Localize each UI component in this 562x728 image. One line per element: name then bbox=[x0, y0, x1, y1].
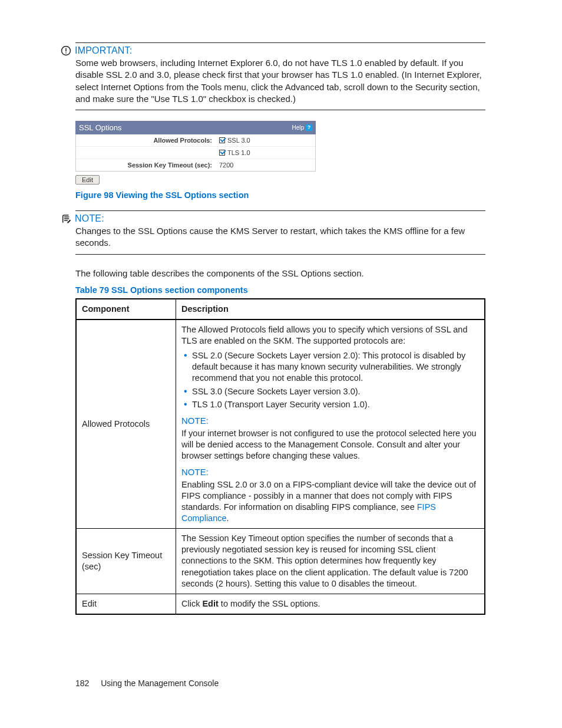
help-icon: ? bbox=[306, 124, 312, 131]
checkbox-tls10[interactable] bbox=[219, 150, 225, 156]
footer-section: Using the Management Console bbox=[101, 678, 219, 688]
divider bbox=[75, 42, 485, 43]
help-link[interactable]: Help ? bbox=[292, 124, 312, 131]
svg-rect-3 bbox=[64, 216, 69, 218]
edit-button[interactable]: Edit bbox=[75, 175, 100, 185]
important-text: Some web browsers, including Internet Ex… bbox=[75, 57, 485, 105]
table-row: Allowed Protocols The Allowed Protocols … bbox=[76, 319, 485, 529]
row1-intro: The Allowed Protocols field allows you t… bbox=[181, 324, 479, 347]
divider bbox=[75, 110, 485, 110]
table-row: Edit Click Edit to modify the SSL option… bbox=[76, 594, 485, 614]
ssl-options-header: SSL Options bbox=[79, 123, 122, 132]
allowed-protocols-label: Allowed Protocols: bbox=[76, 134, 216, 146]
page-number: 182 bbox=[75, 678, 89, 688]
divider bbox=[75, 210, 485, 211]
checkbox-ssl30[interactable] bbox=[219, 137, 225, 143]
help-label: Help bbox=[292, 124, 304, 131]
note-callout: NOTE: Changes to the SSL Options cause t… bbox=[75, 213, 485, 249]
figure-caption: Figure 98 Viewing the SSL Options sectio… bbox=[75, 190, 485, 200]
list-item: SSL 3.0 (Secure Sockets Layer version 3.… bbox=[192, 386, 479, 397]
session-timeout-label: Session Key Timeout (sec): bbox=[76, 159, 216, 171]
lead-text: The following table describes the compon… bbox=[75, 268, 485, 279]
cell-component: Session Key Timeout (sec) bbox=[76, 529, 176, 594]
important-icon bbox=[61, 45, 71, 56]
page-footer: 182 Using the Management Console bbox=[75, 678, 219, 688]
cell-note-title: NOTE: bbox=[181, 415, 479, 427]
ssl30-label: SSL 3.0 bbox=[227, 137, 250, 144]
cell-note-text: Enabling SSL 2.0 or 3.0 on a FIPS-compli… bbox=[181, 479, 479, 525]
tls10-label: TLS 1.0 bbox=[227, 149, 250, 156]
divider bbox=[75, 254, 485, 255]
cell-component: Edit bbox=[76, 594, 176, 614]
th-description: Description bbox=[176, 299, 485, 319]
table-caption: Table 79 SSL Options section components bbox=[75, 285, 485, 295]
cell-component: Allowed Protocols bbox=[76, 319, 176, 529]
cell-description: The Allowed Protocols field allows you t… bbox=[176, 319, 485, 529]
cell-description: The Session Key Timeout option specifies… bbox=[176, 529, 485, 594]
svg-rect-2 bbox=[65, 52, 67, 54]
th-component: Component bbox=[76, 299, 176, 319]
important-callout: IMPORTANT: Some web browsers, including … bbox=[75, 45, 485, 105]
list-item: TLS 1.0 (Transport Layer Security versio… bbox=[192, 399, 479, 410]
important-title: IMPORTANT: bbox=[75, 45, 132, 56]
svg-rect-4 bbox=[64, 218, 69, 219]
cell-note-text: If your internet browser is not configur… bbox=[181, 428, 479, 462]
document-page: IMPORTANT: Some web browsers, including … bbox=[0, 0, 562, 728]
ssl-options-table: Component Description Allowed Protocols … bbox=[75, 298, 485, 615]
cell-note-title: NOTE: bbox=[181, 466, 479, 478]
note-icon bbox=[61, 213, 71, 224]
session-timeout-value: 7200 bbox=[216, 159, 237, 171]
table-row: Session Key Timeout (sec) The Session Ke… bbox=[76, 529, 485, 594]
svg-rect-5 bbox=[64, 220, 68, 221]
ssl-options-body: Allowed Protocols: SSL 3.0 TLS 1.0 Sessi… bbox=[75, 134, 316, 172]
note-title: NOTE: bbox=[75, 213, 104, 224]
note-text: Changes to the SSL Options cause the KMS… bbox=[75, 225, 485, 249]
ssl-options-titlebar: SSL Options Help ? bbox=[75, 121, 316, 134]
cell-description: Click Edit to modify the SSL options. bbox=[176, 594, 485, 614]
ssl-options-figure: SSL Options Help ? Allowed Protocols: SS… bbox=[75, 121, 316, 172]
list-item: SSL 2.0 (Secure Sockets Layer version 2.… bbox=[192, 350, 479, 384]
svg-rect-1 bbox=[65, 48, 67, 52]
